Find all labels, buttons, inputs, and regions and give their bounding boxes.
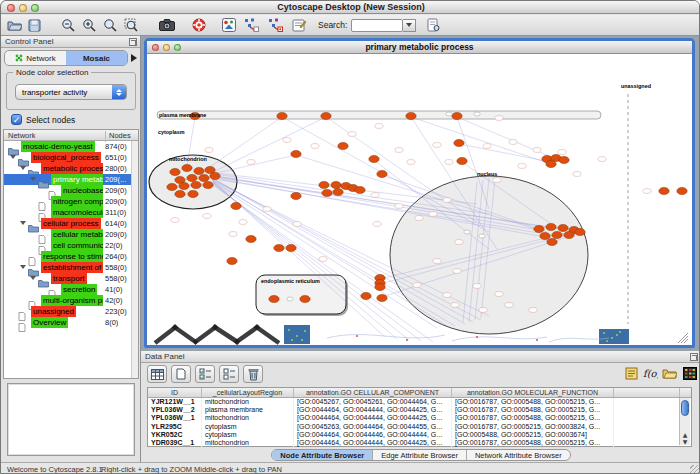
tree-row[interactable]: nitrogen compo209(0) <box>4 196 138 207</box>
tab-mosaic[interactable]: Mosaic <box>66 51 127 65</box>
node-label-halo <box>443 293 451 298</box>
tree-row[interactable]: mosaic-demo-yeast874(0) <box>4 141 138 152</box>
table-row[interactable]: YLR295Ccytoplasm[GO:0045263, GO:0044464,… <box>148 423 691 431</box>
new-attribute-button[interactable] <box>171 365 191 383</box>
table-row[interactable]: YPL036W__2plasma membrane[GO:0044464, GO… <box>148 406 691 414</box>
save-session-button[interactable] <box>25 16 43 34</box>
tree-row-count: 264(0) <box>105 251 127 262</box>
graph-node <box>377 170 387 177</box>
search-config-button[interactable] <box>424 16 442 34</box>
graph-node <box>300 295 310 302</box>
birds-eye-view[interactable] <box>7 383 135 456</box>
scrollbar-arrows[interactable]: ▲▼ <box>680 431 690 445</box>
network-view-window[interactable]: primary metabolic process plasma membran… <box>144 38 695 348</box>
expand-arrow-icon[interactable] <box>20 166 26 170</box>
strip-curve <box>452 337 547 341</box>
tree-row-label: response to stimulu <box>41 251 103 262</box>
formula-button[interactable]: f(o) <box>641 365 658 382</box>
search-dropdown-button[interactable] <box>403 19 416 32</box>
graph-node <box>333 188 343 195</box>
resize-grip[interactable] <box>690 465 700 474</box>
notes-button[interactable] <box>623 365 640 382</box>
zoom-selected-button[interactable] <box>122 16 140 34</box>
help-button[interactable] <box>190 16 208 34</box>
control-panel-title: Control Panel <box>5 37 53 46</box>
tab-network-attribute-browser[interactable]: Network Attribute Browser <box>467 450 570 460</box>
table-column-header[interactable] <box>614 388 680 397</box>
float-panel-icon[interactable] <box>129 38 137 46</box>
layout-selected-button[interactable] <box>266 16 284 34</box>
snapshot-button[interactable] <box>158 16 176 34</box>
annotation-button[interactable] <box>290 16 308 34</box>
tree-row[interactable]: secretion41(0) <box>4 284 138 295</box>
tab-node-attribute-browser[interactable]: Node Attribute Browser <box>272 450 373 460</box>
layout-nodes-button[interactable] <box>242 16 260 34</box>
zoom-fit-button[interactable] <box>101 16 119 34</box>
node-label-halo <box>348 132 356 137</box>
tree-row[interactable]: cellular process614(0) <box>4 218 138 229</box>
import-attributes-button[interactable] <box>661 365 678 382</box>
table-row[interactable]: YPL036W__1mitochondrion[GO:0044464, GO:0… <box>148 414 691 422</box>
unselect-attributes-button[interactable] <box>219 365 239 383</box>
open-session-button[interactable] <box>5 16 23 34</box>
table-cell: [GO:0044464, GO:0044444, GO:0044425, G..… <box>294 414 452 422</box>
select-attributes-button[interactable] <box>195 365 215 383</box>
tab-edge-attribute-browser[interactable]: Edge Attribute Browser <box>373 450 467 460</box>
tab-network-label: Network <box>26 54 55 63</box>
tree-row[interactable]: Overview8(0) <box>4 317 138 328</box>
matrix-view-button[interactable] <box>681 365 698 382</box>
region-label: unassigned <box>621 83 651 89</box>
network-graph[interactable]: plasma membranecytoplasmmitochondrionnuc… <box>147 54 692 345</box>
tree-row[interactable]: cellular metabo209(0) <box>4 229 138 240</box>
strip-red-dot <box>356 335 358 337</box>
network-window-titlebar[interactable]: primary metabolic process <box>147 41 692 54</box>
zoom-out-button[interactable] <box>59 16 77 34</box>
expand-arrow-icon[interactable] <box>30 276 36 280</box>
table-row[interactable]: YJR121W__1mitochondrion[GO:0045267, GO:0… <box>148 398 691 406</box>
tree-row[interactable]: transport558(0) <box>4 273 138 284</box>
tree-row[interactable]: response to stimulu264(0) <box>4 251 138 262</box>
tree-row[interactable]: nucleobase-209(0) <box>4 185 138 196</box>
network-canvas[interactable]: plasma membranecytoplasmmitochondrionnuc… <box>147 54 692 345</box>
expand-arrow-icon[interactable] <box>20 221 26 225</box>
table-scrollbar[interactable]: ▲▼ <box>679 398 690 445</box>
tree-row[interactable]: cell communicat22(0) <box>4 240 138 251</box>
node-label-halo <box>598 157 606 162</box>
tab-network[interactable]: Network <box>5 51 66 65</box>
vizmapper-button[interactable] <box>220 16 238 34</box>
table-row[interactable]: YDR039C__1mitochondrion[GO:0044464, GO:0… <box>148 439 691 447</box>
tree-row[interactable]: establishment of lo558(0) <box>4 262 138 273</box>
table-column-header[interactable]: annotation.GO MOLECULAR_FUNCTION <box>452 388 614 397</box>
tree-row[interactable]: primary metabo209(... <box>4 174 138 185</box>
attribute-table: ID_cellularLayoutRegionannotation.GO CEL… <box>147 387 692 447</box>
delete-attribute-button[interactable] <box>243 365 263 383</box>
attribute-table-button[interactable] <box>147 365 167 383</box>
tree-column-network[interactable]: Network <box>8 131 36 140</box>
expand-arrow-icon[interactable] <box>20 265 26 269</box>
table-grid-icon <box>151 369 164 380</box>
node-label-halo <box>529 308 537 313</box>
zoom-in-button[interactable] <box>80 16 98 34</box>
float-panel-icon[interactable] <box>690 353 698 361</box>
expand-arrow-icon[interactable] <box>10 155 16 159</box>
tree-row[interactable]: unassigned223(0) <box>4 306 138 317</box>
table-column-header[interactable]: ID <box>148 388 202 397</box>
scrollbar-thumb[interactable] <box>681 400 689 416</box>
tree-row[interactable]: multi-organism pro42(0) <box>4 295 138 306</box>
tree-row[interactable]: macromolecule311(0) <box>4 207 138 218</box>
tree-scrollbar[interactable] <box>131 141 138 378</box>
thumbnail-node-dot <box>606 340 608 342</box>
table-column-header[interactable]: annotation.GO CELLULAR_COMPONENT <box>294 388 452 397</box>
search-input[interactable] <box>351 19 403 32</box>
tab-mosaic-label: Mosaic <box>83 54 110 63</box>
expand-arrow-icon[interactable] <box>30 177 36 181</box>
node-color-dropdown[interactable]: transporter activity <box>15 84 127 100</box>
more-tabs-arrow[interactable] <box>131 54 137 62</box>
tree-row[interactable]: metabolic process280(0) <box>4 163 138 174</box>
table-row[interactable]: YKR052Ccytoplasm[GO:0044464, GO:0044446,… <box>148 431 691 439</box>
graph-node <box>227 257 237 264</box>
table-column-header[interactable]: _cellularLayoutRegion <box>202 388 294 397</box>
tree-row[interactable]: biological_process651(0) <box>4 152 138 163</box>
select-nodes-checkbox[interactable]: ✓ <box>11 114 22 125</box>
tree-row-count: 8(0) <box>105 317 118 328</box>
